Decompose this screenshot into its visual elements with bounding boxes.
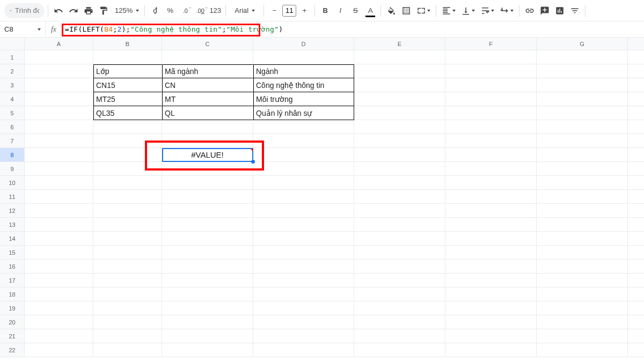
cell[interactable]: Công nghệ thông tin xyxy=(253,78,354,92)
cell[interactable] xyxy=(628,50,644,64)
cell[interactable] xyxy=(628,120,644,134)
cell[interactable] xyxy=(628,190,644,204)
row-header-18[interactable]: 18 xyxy=(0,287,25,301)
cell[interactable] xyxy=(253,204,354,218)
cell[interactable] xyxy=(354,301,445,315)
cell[interactable] xyxy=(354,50,445,64)
row-header-7[interactable]: 7 xyxy=(0,134,25,148)
cell[interactable] xyxy=(25,162,93,176)
horizontal-align-button[interactable] xyxy=(440,3,458,18)
cell[interactable] xyxy=(25,50,93,64)
fill-color-button[interactable] xyxy=(384,3,398,18)
cell[interactable] xyxy=(537,64,628,78)
cell[interactable] xyxy=(354,78,445,92)
cell[interactable] xyxy=(253,329,354,343)
cell[interactable] xyxy=(537,315,628,329)
cell[interactable]: Mã ngành xyxy=(162,64,253,78)
cell[interactable] xyxy=(628,148,644,162)
cell[interactable] xyxy=(354,315,445,329)
col-header-G[interactable]: G xyxy=(537,38,628,50)
cell[interactable] xyxy=(537,218,628,232)
cell[interactable] xyxy=(628,134,644,148)
cell[interactable] xyxy=(93,232,162,246)
cell[interactable] xyxy=(25,301,93,315)
select-all-corner[interactable] xyxy=(0,38,25,50)
cell[interactable] xyxy=(25,218,93,232)
cell[interactable] xyxy=(354,329,445,343)
cell[interactable] xyxy=(25,246,93,260)
error-indicator-icon[interactable] xyxy=(250,149,253,152)
cell[interactable] xyxy=(253,343,354,357)
cell[interactable] xyxy=(537,232,628,246)
cell[interactable] xyxy=(162,162,253,176)
row-header-20[interactable]: 20 xyxy=(0,315,25,329)
text-rotation-button[interactable] xyxy=(497,3,516,18)
cell[interactable]: MT25 xyxy=(93,92,162,106)
cell[interactable] xyxy=(25,343,93,357)
cell[interactable] xyxy=(354,176,445,190)
cell[interactable] xyxy=(537,148,628,162)
cell[interactable] xyxy=(25,92,93,106)
name-box[interactable]: C8 xyxy=(0,21,46,37)
row-header-10[interactable]: 10 xyxy=(0,176,25,190)
cell[interactable] xyxy=(537,260,628,274)
cell[interactable] xyxy=(162,260,253,274)
cell[interactable] xyxy=(25,287,93,301)
cell[interactable] xyxy=(445,260,537,274)
cell[interactable] xyxy=(445,162,537,176)
cell[interactable] xyxy=(93,343,162,357)
cell[interactable] xyxy=(162,134,253,148)
redo-button[interactable] xyxy=(67,3,80,18)
cell[interactable] xyxy=(253,50,354,64)
cell[interactable] xyxy=(354,148,445,162)
col-header-C[interactable]: C xyxy=(162,38,253,50)
cell[interactable] xyxy=(628,232,644,246)
row-header-14[interactable]: 14 xyxy=(0,232,25,246)
spreadsheet-grid[interactable]: A B C D E F G H I 1 2 Lớp Mã ngành Ngành… xyxy=(0,38,644,362)
cell[interactable] xyxy=(162,315,253,329)
insert-comment-button[interactable] xyxy=(538,3,552,18)
bold-button[interactable]: B xyxy=(318,3,332,18)
cell[interactable] xyxy=(445,343,537,357)
cell[interactable] xyxy=(445,329,537,343)
cell[interactable] xyxy=(445,246,537,260)
cell[interactable] xyxy=(162,232,253,246)
cell[interactable] xyxy=(162,343,253,357)
cell[interactable] xyxy=(162,190,253,204)
cell[interactable] xyxy=(537,176,628,190)
cell[interactable] xyxy=(537,134,628,148)
cell[interactable] xyxy=(93,162,162,176)
cell[interactable]: Lớp xyxy=(93,64,162,78)
cell[interactable] xyxy=(445,301,537,315)
cell[interactable] xyxy=(537,162,628,176)
row-header-11[interactable]: 11 xyxy=(0,190,25,204)
cell[interactable] xyxy=(537,274,628,287)
cell[interactable] xyxy=(628,204,644,218)
cell[interactable] xyxy=(537,92,628,106)
vertical-align-button[interactable] xyxy=(459,3,477,18)
cell[interactable] xyxy=(93,134,162,148)
cell[interactable] xyxy=(253,162,354,176)
cell[interactable] xyxy=(93,218,162,232)
cell[interactable] xyxy=(162,287,253,301)
cell[interactable] xyxy=(25,232,93,246)
cell[interactable] xyxy=(253,134,354,148)
more-formats-button[interactable]: 123 xyxy=(208,3,222,18)
cell[interactable] xyxy=(93,329,162,343)
cell[interactable] xyxy=(25,120,93,134)
cell[interactable] xyxy=(93,176,162,190)
cell[interactable] xyxy=(628,78,644,92)
menu-search-input[interactable] xyxy=(15,6,39,14)
row-header-15[interactable]: 15 xyxy=(0,246,25,260)
cell[interactable] xyxy=(354,260,445,274)
cell[interactable] xyxy=(253,301,354,315)
formula-input[interactable]: =IF(LEFT(B4;2);"Công nghệ thông tin";"Mô… xyxy=(62,24,644,34)
cell[interactable] xyxy=(25,78,93,92)
cell[interactable]: QL xyxy=(162,106,253,120)
cell[interactable] xyxy=(354,92,445,106)
col-header-F[interactable]: F xyxy=(445,38,537,50)
cell[interactable] xyxy=(93,246,162,260)
cell[interactable] xyxy=(354,120,445,134)
decrease-font-button[interactable]: − xyxy=(267,3,281,18)
filter-button[interactable] xyxy=(568,3,582,18)
